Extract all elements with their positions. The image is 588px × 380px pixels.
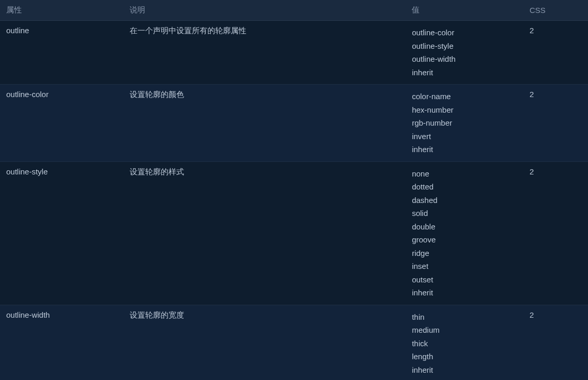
value-item: medium [412,323,517,337]
cell-attribute: outline-color [0,85,123,162]
value-item: invert [412,130,517,143]
table-header-row: 属性 说明 值 CSS [0,0,588,21]
property-link[interactable]: outline-width [6,310,50,319]
value-item: rgb-number [412,116,517,130]
value-item: outline-width [412,52,517,66]
header-value: 值 [405,0,523,21]
cell-values: thinmediumthicklengthinherit [405,305,523,380]
table-row: outline-width设置轮廓的宽度thinmediumthicklengt… [0,305,588,380]
cell-description: 设置轮廓的宽度 [123,305,405,380]
header-css: CSS [523,0,588,21]
value-item: inherit [412,66,517,79]
value-item: color-name [412,90,517,103]
value-item: outset [412,273,517,287]
property-link[interactable]: outline-color [6,90,49,99]
header-description: 说明 [123,0,405,21]
value-item: none [412,167,517,181]
value-item: groove [412,233,517,247]
table-row: outline-style设置轮廓的样式nonedotteddashedsoli… [0,161,588,305]
table-row: outline-color设置轮廓的颜色color-namehex-number… [0,85,588,162]
value-item: outline-style [412,39,517,53]
table-row: outline在一个声明中设置所有的轮廓属性outline-coloroutli… [0,21,588,85]
value-item: inherit [412,286,517,300]
cell-values: nonedotteddashedsoliddoublegrooveridgein… [405,161,523,305]
property-link[interactable]: outline-style [6,167,48,176]
value-item: inset [412,260,517,273]
value-item: solid [412,207,517,220]
value-item: thin [412,310,517,324]
cell-description: 设置轮廓的样式 [123,161,405,305]
cell-values: color-namehex-numberrgb-numberinvertinhe… [405,85,523,162]
cell-values: outline-coloroutline-styleoutline-widthi… [405,21,523,85]
header-attribute: 属性 [0,0,123,21]
cell-attribute: outline [0,21,123,85]
cell-css-version: 2 [523,21,588,85]
css-properties-table: 属性 说明 值 CSS outline在一个声明中设置所有的轮廓属性outlin… [0,0,588,380]
value-item: length [412,350,517,363]
cell-description: 在一个声明中设置所有的轮廓属性 [123,21,405,85]
value-item: dotted [412,180,517,194]
value-item: ridge [412,247,517,260]
cell-css-version: 2 [523,161,588,305]
cell-css-version: 2 [523,85,588,162]
cell-attribute: outline-style [0,161,123,305]
value-item: outline-color [412,26,517,39]
table-body: outline在一个声明中设置所有的轮廓属性outline-coloroutli… [0,21,588,381]
value-item: dashed [412,194,517,207]
cell-attribute: outline-width [0,305,123,380]
value-item: inherit [412,363,517,377]
value-item: hex-number [412,103,517,117]
cell-css-version: 2 [523,305,588,380]
value-item: double [412,220,517,234]
property-link[interactable]: outline [6,26,29,35]
value-item: thick [412,337,517,350]
cell-description: 设置轮廓的颜色 [123,85,405,162]
value-item: inherit [412,143,517,156]
